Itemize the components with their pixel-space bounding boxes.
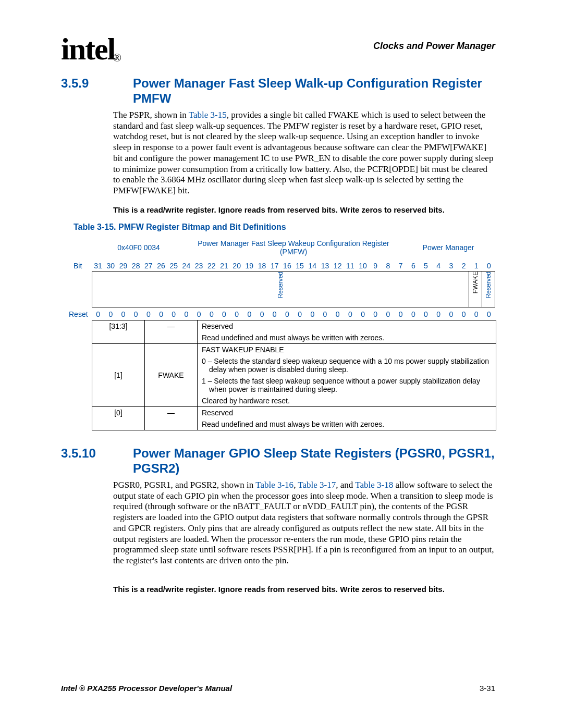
text: , provides a single bit called FWAKE whi…: [113, 110, 493, 195]
reset-value: 0: [457, 310, 470, 318]
footer-page-number: 3-31: [480, 684, 495, 693]
bit-number: 18: [255, 262, 268, 270]
reset-value: 0: [306, 310, 319, 318]
table-link[interactable]: Table 3-18: [355, 480, 393, 490]
desc-cell: FAST WAKEUP ENABLE: [198, 344, 496, 356]
section-number: 3.5.10: [61, 446, 96, 461]
bit-number: 25: [167, 262, 180, 270]
bits-cell: [31:3]: [92, 320, 145, 344]
field-reserved-0: Reserved: [482, 272, 495, 307]
reset-value: 0: [142, 310, 155, 318]
bit-number: 21: [218, 262, 230, 270]
reset-value: 0: [332, 310, 344, 318]
bit-number: 30: [104, 262, 117, 270]
bit-number: 3: [445, 262, 457, 270]
field-label: FWAKE: [472, 272, 479, 293]
reset-values-row: 00000000000000000000000000000000: [92, 310, 495, 318]
desc-cell: 0 – Selects the standard sleep wakeup se…: [198, 355, 496, 375]
field-label: Reserved: [277, 272, 284, 298]
bit-number: 12: [332, 262, 344, 270]
table-row: [31:3] — Reserved: [92, 320, 496, 332]
reset-value: 0: [357, 310, 369, 318]
reset-value: 0: [167, 310, 180, 318]
reset-value: 0: [445, 310, 457, 318]
field-reserved: Reserved: [92, 272, 469, 307]
bit-number: 10: [357, 262, 369, 270]
name-cell: FWAKE: [145, 344, 198, 407]
bits-cell: [1]: [92, 344, 145, 407]
register-note: This is a read/write register. Ignore re…: [113, 205, 495, 215]
bit-row-label: Bit: [74, 262, 82, 270]
bit-number: 23: [193, 262, 205, 270]
bit-definition-table: [31:3] — Reserved Read undefined and mus…: [92, 320, 496, 430]
paragraph: PGSR0, PGSR1, and PGSR2, shown in Table …: [113, 480, 495, 566]
bit-number: 4: [432, 262, 445, 270]
reset-value: 0: [470, 310, 483, 318]
table-caption: Table 3-15. PMFW Register Bitmap and Bit…: [74, 223, 286, 232]
bit-number: 13: [319, 262, 331, 270]
reset-value: 0: [92, 310, 104, 318]
reset-value: 0: [395, 310, 407, 318]
text: allow software to select the output stat…: [113, 480, 494, 565]
bit-number: 27: [142, 262, 155, 270]
reset-value: 0: [382, 310, 394, 318]
bit-numbers-row: 3130292827262524232221201918171615141312…: [92, 262, 495, 270]
register-name: Power Manager Fast Sleep Wakeup Configur…: [186, 239, 401, 256]
bit-number: 26: [155, 262, 167, 270]
reset-value: 0: [180, 310, 192, 318]
reset-value: 0: [104, 310, 117, 318]
section-title: Power Manager GPIO Sleep State Registers…: [133, 446, 495, 476]
bit-number: 8: [382, 262, 394, 270]
field-fwake: FWAKE: [469, 272, 482, 307]
bit-number: 31: [92, 262, 104, 270]
desc-cell: 1 – Selects the fast sleep wakeup sequen…: [198, 375, 496, 395]
register-note: This is a read/write register. Ignore re…: [113, 585, 495, 594]
reset-value: 0: [218, 310, 230, 318]
desc-cell: Read undefined and must always be writte…: [198, 418, 496, 430]
bit-number: 15: [293, 262, 306, 270]
table-row: [1] FWAKE FAST WAKEUP ENABLE: [92, 344, 496, 356]
reset-value: 0: [344, 310, 357, 318]
name-cell: —: [145, 407, 198, 430]
reset-value: 0: [193, 310, 205, 318]
reset-row-label: Reset: [69, 310, 88, 318]
bit-number: 20: [230, 262, 243, 270]
reset-value: 0: [268, 310, 281, 318]
field-label: Reserved: [485, 272, 492, 298]
page: intel® Clocks and Power Manager 3.5.9 Po…: [0, 0, 563, 728]
desc-cell: Read undefined and must always be writte…: [198, 332, 496, 344]
reset-value: 0: [483, 310, 495, 318]
desc-cell: Cleared by hardware reset.: [198, 395, 496, 407]
bit-number: 19: [243, 262, 255, 270]
desc-cell: Reserved: [198, 407, 496, 419]
footer-manual-title: Intel ® PXA255 Processor Developer's Man…: [61, 684, 232, 693]
table-link[interactable]: Table 3-15: [189, 110, 227, 120]
bit-number: 9: [369, 262, 382, 270]
bit-number: 22: [205, 262, 218, 270]
logo-text-e: e: [94, 32, 107, 66]
bit-number: 6: [407, 262, 420, 270]
reset-value: 0: [117, 310, 129, 318]
reset-value: 0: [155, 310, 167, 318]
bit-number: 24: [180, 262, 192, 270]
section-title: Power Manager Fast Sleep Walk-up Configu…: [133, 76, 495, 106]
reset-value: 0: [255, 310, 268, 318]
reset-value: 0: [243, 310, 255, 318]
bit-number: 0: [483, 262, 495, 270]
bit-number: 17: [268, 262, 281, 270]
reset-value: 0: [369, 310, 382, 318]
desc-cell: Reserved: [198, 320, 496, 332]
reset-value: 0: [420, 310, 432, 318]
text: , and: [336, 480, 355, 490]
reset-value: 0: [407, 310, 420, 318]
table-link[interactable]: Table 3-16: [255, 480, 293, 490]
register-block: Power Manager: [401, 243, 495, 252]
intel-logo: intel®: [61, 31, 123, 67]
reset-value: 0: [281, 310, 293, 318]
table-link[interactable]: Table 3-17: [298, 480, 336, 490]
reset-value: 0: [130, 310, 142, 318]
text: PGSR0, PGSR1, and PGSR2, shown in: [113, 480, 255, 490]
paragraph: The PSPR, shown in Table 3-15, provides …: [113, 110, 495, 196]
bit-number: 28: [130, 262, 142, 270]
name-cell: —: [145, 320, 198, 344]
